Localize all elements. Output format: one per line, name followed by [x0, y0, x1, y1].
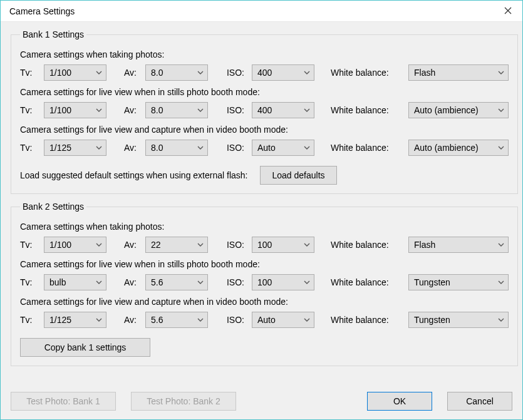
chevron-down-icon [96, 280, 102, 284]
bank2-video-wb-select[interactable]: Tungsten [408, 312, 509, 328]
chevron-down-icon [96, 318, 102, 322]
chevron-down-icon [197, 108, 204, 112]
chevron-down-icon [498, 243, 504, 247]
bank2-photos-row: Tv: 1/100 Av: 22 ISO: 100 White balance:… [20, 237, 509, 253]
bank1-photos-wb-select[interactable]: Flash [408, 64, 509, 81]
av-label: Av: [106, 315, 145, 325]
titlebar: Camera Settings [1, 1, 522, 22]
iso-label: ISO: [208, 277, 252, 287]
close-icon [504, 6, 512, 16]
cancel-button[interactable]: Cancel [447, 392, 512, 411]
chevron-down-icon [304, 71, 310, 74]
chevron-down-icon [498, 280, 504, 284]
test-photo-bank1-button: Test Photo: Bank 1 [11, 392, 116, 411]
test-photo-bank2-button: Test Photo: Bank 2 [131, 392, 236, 411]
bank2-photos-wb-select[interactable]: Flash [408, 237, 509, 253]
tv-label: Tv: [20, 143, 44, 153]
bank2-video-caption: Camera settings for live view and captur… [20, 297, 509, 307]
wb-label: White balance: [314, 240, 408, 250]
content-area: Bank 1 Settings Camera settings when tak… [1, 22, 522, 366]
chevron-down-icon [498, 108, 504, 112]
tv-label: Tv: [20, 315, 44, 325]
bank1-video-row: Tv: 1/125 Av: 8.0 ISO: Auto White balanc… [20, 140, 509, 156]
chevron-down-icon [498, 318, 504, 322]
bank1-photos-iso-select[interactable]: 400 [252, 64, 314, 81]
chevron-down-icon [197, 243, 204, 247]
bank1-legend: Bank 1 Settings [20, 29, 86, 39]
chevron-down-icon [197, 280, 204, 284]
bank1-liveview-caption: Camera settings for live view when in st… [20, 87, 509, 97]
bank2-group: Bank 2 Settings Camera settings when tak… [11, 202, 518, 366]
bank2-liveview-tv-select[interactable]: bulb [44, 274, 106, 290]
footer: Test Photo: Bank 1 Test Photo: Bank 2 OK… [11, 392, 512, 411]
bank2-photos-tv-select[interactable]: 1/100 [44, 237, 106, 253]
bank1-video-iso-select[interactable]: Auto [252, 140, 314, 156]
camera-settings-window: Camera Settings Bank 1 Settings Camera s… [0, 0, 523, 420]
bank1-liveview-row: Tv: 1/100 Av: 8.0 ISO: 400 White balance… [20, 102, 509, 118]
chevron-down-icon [304, 280, 310, 284]
wb-label: White balance: [314, 105, 408, 115]
bank2-liveview-caption: Camera settings for live view when in st… [20, 259, 509, 269]
bank2-liveview-av-select[interactable]: 5.6 [145, 274, 208, 290]
bank1-load-row: Load suggested default settings when usi… [20, 166, 509, 185]
chevron-down-icon [96, 243, 102, 247]
bank2-video-row: Tv: 1/125 Av: 5.6 ISO: Auto White balanc… [20, 312, 509, 328]
chevron-down-icon [304, 146, 310, 150]
av-label: Av: [106, 68, 145, 78]
chevron-down-icon [96, 108, 102, 112]
bank2-photos-av-select[interactable]: 22 [145, 237, 208, 253]
chevron-down-icon [304, 243, 310, 247]
bank2-legend: Bank 2 Settings [20, 202, 86, 212]
bank1-photos-tv-select[interactable]: 1/100 [44, 64, 106, 81]
bank1-liveview-av-select[interactable]: 8.0 [145, 102, 208, 118]
tv-label: Tv: [20, 240, 44, 250]
tv-label: Tv: [20, 68, 44, 78]
av-label: Av: [106, 240, 145, 250]
bank1-photos-row: Tv: 1/100 Av: 8.0 ISO: 400 White balance… [20, 64, 509, 81]
load-defaults-label: Load suggested default settings when usi… [20, 170, 247, 180]
chevron-down-icon [304, 318, 310, 322]
wb-label: White balance: [314, 315, 408, 325]
copy-bank1-button[interactable]: Copy bank 1 settings [20, 338, 150, 357]
bank1-video-tv-select[interactable]: 1/125 [44, 140, 106, 156]
iso-label: ISO: [208, 143, 252, 153]
iso-label: ISO: [208, 105, 252, 115]
iso-label: ISO: [208, 68, 252, 78]
bank2-liveview-row: Tv: bulb Av: 5.6 ISO: 100 White balance:… [20, 274, 509, 290]
bank1-video-av-select[interactable]: 8.0 [145, 140, 208, 156]
iso-label: ISO: [208, 240, 252, 250]
bank1-liveview-tv-select[interactable]: 1/100 [44, 102, 106, 118]
ok-button[interactable]: OK [367, 392, 432, 411]
load-defaults-button[interactable]: Load defaults [260, 166, 336, 185]
chevron-down-icon [197, 71, 204, 74]
wb-label: White balance: [314, 277, 408, 287]
bank2-photos-caption: Camera settings when taking photos: [20, 222, 509, 232]
iso-label: ISO: [208, 315, 252, 325]
bank2-video-tv-select[interactable]: 1/125 [44, 312, 106, 328]
wb-label: White balance: [314, 143, 408, 153]
close-button[interactable] [494, 1, 522, 22]
bank1-liveview-iso-select[interactable]: 400 [252, 102, 314, 118]
bank1-photos-caption: Camera settings when taking photos: [20, 49, 509, 59]
chevron-down-icon [96, 71, 102, 74]
chevron-down-icon [498, 146, 504, 150]
bank1-video-wb-select[interactable]: Auto (ambience) [408, 140, 509, 156]
bank1-video-caption: Camera settings for live view and captur… [20, 125, 509, 135]
chevron-down-icon [96, 146, 102, 150]
av-label: Av: [106, 105, 145, 115]
bank2-photos-iso-select[interactable]: 100 [252, 237, 314, 253]
av-label: Av: [106, 277, 145, 287]
bank2-liveview-wb-select[interactable]: Tungsten [408, 274, 509, 290]
bank1-liveview-wb-select[interactable]: Auto (ambience) [408, 102, 509, 118]
bank1-photos-av-select[interactable]: 8.0 [145, 64, 208, 81]
tv-label: Tv: [20, 105, 44, 115]
bank1-group: Bank 1 Settings Camera settings when tak… [11, 29, 518, 194]
av-label: Av: [106, 143, 145, 153]
chevron-down-icon [304, 108, 310, 112]
bank2-video-iso-select[interactable]: Auto [252, 312, 314, 328]
window-title: Camera Settings [9, 6, 75, 16]
chevron-down-icon [197, 318, 204, 322]
bank2-liveview-iso-select[interactable]: 100 [252, 274, 314, 290]
chevron-down-icon [498, 71, 504, 74]
bank2-video-av-select[interactable]: 5.6 [145, 312, 208, 328]
